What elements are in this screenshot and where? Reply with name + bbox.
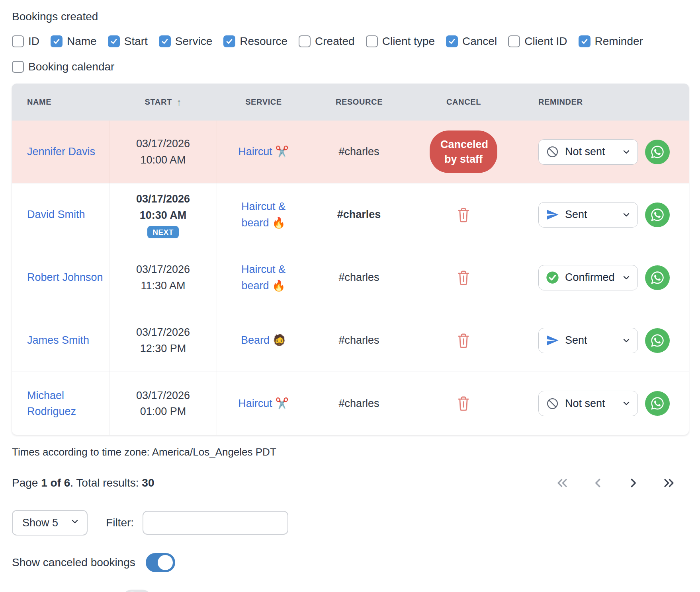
- client-name-link[interactable]: James Smith: [27, 332, 89, 349]
- bookings-table: NAMESTART↑SERVICERESOURCECANCELREMINDER …: [12, 84, 689, 435]
- column-header-cancel[interactable]: CANCEL: [408, 90, 519, 114]
- pagination-summary: Page 1 of 6. Total results: 30: [12, 477, 154, 489]
- chevron-down-icon: [622, 336, 631, 345]
- reminder-status-select[interactable]: Sent: [538, 328, 638, 353]
- cancel-booking-button[interactable]: [456, 269, 471, 286]
- show-canceled-toggle[interactable]: [146, 553, 175, 572]
- checkbox-label: Resource: [240, 35, 287, 48]
- checkbox-unchecked-icon[interactable]: [12, 35, 24, 47]
- service-cell: Haircut & beard 🔥: [217, 246, 310, 309]
- checkbox-unchecked-icon[interactable]: [508, 35, 520, 47]
- checkbox-unchecked-icon[interactable]: [12, 61, 24, 73]
- column-toggle-cancel: Cancel: [446, 35, 497, 48]
- checkbox-checked-icon[interactable]: [51, 35, 63, 47]
- start-cell: 03/17/202611:30 AM: [109, 246, 217, 309]
- checkbox-unchecked-icon[interactable]: [366, 35, 378, 47]
- whatsapp-button[interactable]: [645, 328, 670, 353]
- chevron-right-icon: [626, 485, 640, 491]
- checkbox-label: Start: [124, 35, 148, 48]
- service-link[interactable]: Beard 🧔: [241, 332, 286, 349]
- reminder-status-select[interactable]: Confirmed: [538, 265, 638, 290]
- reminder-status-select[interactable]: Sent: [538, 202, 638, 228]
- chevron-left-icon: [591, 485, 605, 491]
- whatsapp-button[interactable]: [645, 140, 670, 164]
- cancel-cell: Canceled by staff: [408, 121, 519, 183]
- booking-date: 03/17/2026: [136, 261, 190, 278]
- column-header-resource[interactable]: RESOURCE: [310, 90, 408, 114]
- reminder-cell: Sent: [519, 183, 689, 246]
- chevron-down-icon: [622, 273, 631, 282]
- checkbox-label: Booking calendar: [28, 60, 114, 73]
- whatsapp-button[interactable]: [645, 265, 670, 290]
- whatsapp-button[interactable]: [645, 203, 670, 227]
- start-cell: 03/17/202610:00 AM: [109, 121, 217, 183]
- previous-page-button[interactable]: [589, 474, 607, 492]
- resource-cell: #charles: [310, 183, 408, 246]
- service-link[interactable]: Haircut & beard 🔥: [231, 199, 296, 231]
- show-past-toggle[interactable]: [122, 590, 152, 592]
- resource-cell: #charles: [310, 246, 408, 309]
- cancel-booking-button[interactable]: [456, 206, 471, 224]
- checkbox-label: Client type: [382, 35, 435, 48]
- reminder-status-select[interactable]: Not sent: [538, 391, 638, 416]
- filter-input[interactable]: [143, 511, 288, 535]
- trash-icon: [456, 407, 471, 413]
- service-link[interactable]: Haircut ✂️: [238, 395, 289, 412]
- checkbox-label: Reminder: [595, 35, 643, 48]
- service-cell: Beard 🧔: [217, 309, 310, 372]
- last-page-button[interactable]: [659, 474, 678, 492]
- booking-time: 01:00 PM: [140, 403, 186, 420]
- reminder-status-value: Sent: [565, 208, 587, 221]
- checkbox-checked-icon[interactable]: [223, 35, 235, 47]
- checkbox-checked-icon[interactable]: [108, 35, 120, 47]
- resource-cell: #charles: [310, 309, 408, 372]
- check-circle-icon: [546, 271, 559, 284]
- service-link[interactable]: Haircut & beard 🔥: [231, 261, 296, 294]
- page-title: Bookings created: [12, 10, 688, 23]
- resource-cell: #charles: [310, 372, 408, 435]
- whatsapp-icon: [650, 396, 665, 411]
- reminder-status-value: Not sent: [565, 397, 605, 410]
- show-past-row: Show past bookings: [12, 590, 688, 592]
- reminder-status-value: Not sent: [565, 146, 605, 158]
- whatsapp-icon: [650, 271, 665, 285]
- reminder-status-select[interactable]: Not sent: [538, 139, 638, 165]
- client-name-link[interactable]: Jennifer Davis: [27, 144, 95, 160]
- whatsapp-icon: [650, 208, 665, 222]
- client-name-link[interactable]: David Smith: [27, 206, 85, 223]
- booking-time: 10:30 AM: [140, 207, 187, 224]
- booking-time: 12:30 PM: [140, 341, 186, 357]
- column-header-start[interactable]: START↑: [109, 90, 217, 115]
- column-toggle-client-type: Client type: [366, 35, 435, 48]
- column-header-reminder[interactable]: REMINDER: [519, 90, 689, 114]
- name-cell: Robert Johnson: [12, 246, 109, 309]
- column-toggle-reminder: Reminder: [579, 35, 643, 48]
- service-link[interactable]: Haircut ✂️: [238, 144, 289, 160]
- booking-date: 03/17/2026: [136, 191, 190, 207]
- checkbox-unchecked-icon[interactable]: [299, 35, 311, 47]
- page-size-select[interactable]: Show 5: [12, 510, 88, 536]
- column-toggle-resource: Resource: [223, 35, 287, 48]
- first-page-button[interactable]: [553, 474, 572, 492]
- column-toggle-service: Service: [159, 35, 212, 48]
- checkbox-checked-icon[interactable]: [579, 35, 591, 47]
- cancel-booking-button[interactable]: [456, 332, 471, 349]
- chevron-down-icon: [622, 399, 631, 408]
- column-header-service[interactable]: SERVICE: [217, 90, 310, 114]
- booking-time: 10:00 AM: [140, 152, 186, 168]
- resource-name: #charles: [338, 271, 379, 284]
- pagination-buttons: [553, 474, 689, 492]
- column-header-name[interactable]: NAME: [12, 90, 109, 114]
- total-results: 30: [142, 477, 154, 489]
- client-name-link[interactable]: Michael Rodriguez: [27, 388, 105, 420]
- cancel-cell: [408, 246, 519, 309]
- cancel-booking-button[interactable]: [456, 395, 471, 412]
- client-name-link[interactable]: Robert Johnson: [27, 269, 103, 286]
- whatsapp-icon: [650, 333, 665, 348]
- next-page-button[interactable]: [624, 474, 642, 492]
- checkbox-checked-icon[interactable]: [446, 35, 458, 47]
- checkbox-checked-icon[interactable]: [159, 35, 171, 47]
- resource-name: #charles: [338, 397, 379, 410]
- whatsapp-button[interactable]: [645, 391, 670, 416]
- column-toggle-client-id: Client ID: [508, 35, 567, 48]
